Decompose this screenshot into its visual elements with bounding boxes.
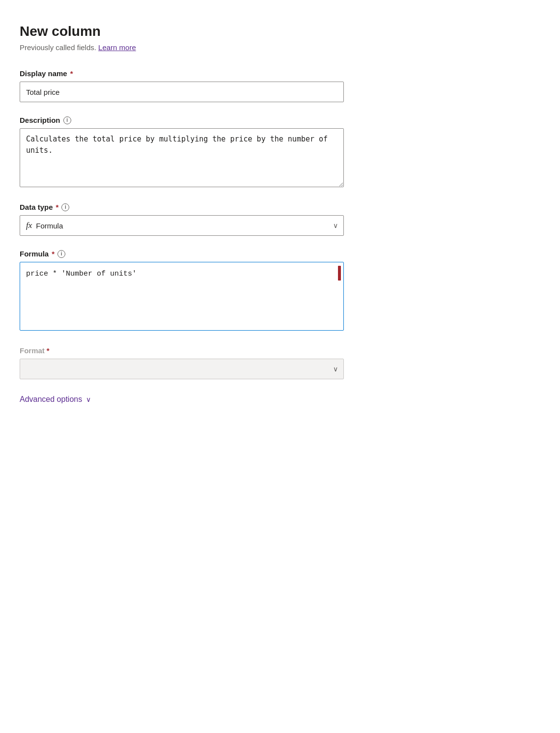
display-name-input[interactable]: [20, 82, 344, 102]
data-type-select[interactable]: fx Formula: [20, 215, 344, 236]
formula-label: Formula * i: [20, 250, 364, 258]
description-field-group: Description i Calculates the total price…: [20, 116, 364, 189]
data-type-required: *: [56, 203, 59, 211]
display-name-required: *: [70, 69, 73, 78]
data-type-field-group: Data type * i fx Formula ∨: [20, 203, 364, 236]
page-subtitle: Previously called fields. Learn more: [20, 43, 364, 52]
advanced-options-chevron-icon: ∨: [86, 395, 91, 403]
format-label: Format *: [20, 346, 364, 355]
format-field-group: Format * ∨: [20, 346, 364, 379]
description-label: Description i: [20, 116, 364, 124]
format-select-wrapper: ∨: [20, 359, 344, 379]
page-title: New column: [20, 24, 364, 39]
advanced-options-label: Advanced options: [20, 395, 82, 404]
formula-required: *: [52, 250, 55, 258]
formula-textarea[interactable]: price * 'Number of units': [20, 262, 344, 331]
description-textarea[interactable]: Calculates the total price by multiplyin…: [20, 128, 344, 187]
data-type-info-icon: i: [61, 203, 69, 211]
display-name-label: Display name *: [20, 69, 364, 78]
format-required: *: [47, 346, 50, 355]
data-type-label: Data type * i: [20, 203, 364, 211]
data-type-value: Formula: [36, 222, 63, 230]
formula-info-icon: i: [57, 250, 65, 258]
description-info-icon: i: [63, 116, 71, 124]
formula-fx-icon: fx: [26, 221, 32, 230]
advanced-options-section[interactable]: Advanced options ∨: [20, 395, 364, 404]
formula-field-group: Formula * i price * 'Number of units': [20, 250, 364, 333]
data-type-select-wrapper[interactable]: fx Formula ∨: [20, 215, 344, 236]
display-name-field-group: Display name *: [20, 69, 364, 102]
format-select: [20, 359, 344, 379]
formula-error-bar: [338, 266, 341, 281]
formula-wrapper: price * 'Number of units': [20, 262, 344, 333]
learn-more-link[interactable]: Learn more: [98, 43, 136, 52]
